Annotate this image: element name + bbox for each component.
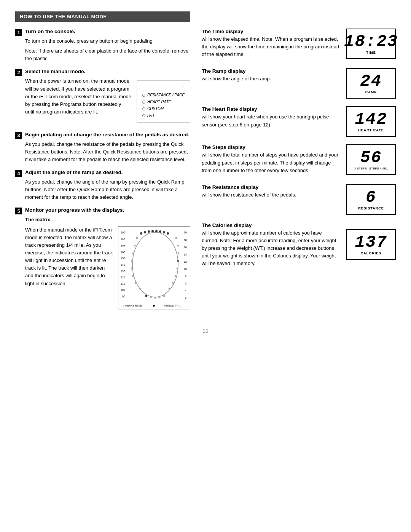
svg-point-35 — [175, 275, 177, 277]
svg-text:○ HEART RATE: ○ HEART RATE — [123, 304, 142, 307]
svg-point-42 — [145, 295, 147, 297]
step-3-body: As you pedal, change the resistance of t… — [15, 141, 190, 163]
step-1: 1 Turn on the console. To turn on the co… — [15, 29, 190, 62]
heartrate-display-title: The Heart Rate display — [202, 106, 339, 112]
right-column: The Time display will show the elapsed t… — [202, 29, 396, 316]
resistance-display-value: 6 — [366, 189, 376, 206]
step-3-number: 3 — [15, 132, 22, 139]
svg-text:140: 140 — [121, 264, 125, 266]
calories-display-value: 137 — [355, 234, 387, 251]
resistance-display-box: 6 RESISTANCE — [346, 184, 396, 215]
svg-text:110: 110 — [121, 283, 125, 285]
svg-point-41 — [150, 296, 152, 298]
step-1-title: Turn on the console. — [25, 29, 75, 34]
time-display-value: 18:23 — [344, 33, 398, 50]
step-4-number: 4 — [15, 170, 22, 177]
step-2-title: Select the manual mode. — [25, 69, 85, 74]
svg-point-28 — [163, 231, 165, 233]
svg-text:18: 18 — [184, 239, 187, 241]
svg-text:20: 20 — [184, 231, 187, 234]
svg-point-45 — [132, 275, 134, 277]
step-3-title: Begin pedaling and change the resistance… — [25, 132, 189, 137]
svg-point-34 — [177, 267, 178, 269]
step-5: 5 Monitor your progress with the display… — [15, 207, 190, 310]
steps-display-value: 56 — [360, 149, 382, 166]
svg-point-30 — [175, 237, 177, 239]
step-4: 4 Adjust the angle of the ramp as desire… — [15, 169, 190, 201]
svg-text:16: 16 — [184, 246, 187, 249]
ramp-display-label: RAMP — [365, 90, 377, 94]
step-1-body: To turn on the console, press any button… — [15, 37, 190, 62]
step-5-title: Monitor your progress with the displays. — [25, 207, 124, 213]
step-2: 2 Select the manual mode. When the power… — [15, 69, 190, 125]
svg-text:14: 14 — [184, 253, 187, 256]
svg-point-31 — [177, 244, 179, 246]
svg-point-33 — [177, 260, 179, 262]
time-display-desc: will show the elapsed time. Note: When a… — [202, 35, 339, 58]
matrix-display: 190 180 170 160 150 140 130 120 110 100 … — [118, 226, 190, 310]
svg-text:170: 170 — [121, 245, 125, 248]
svg-text:10: 10 — [184, 268, 187, 270]
ramp-display-box: 24 RAMP — [346, 68, 396, 99]
calories-display-title: The Calories display — [202, 222, 396, 228]
svg-text:150: 150 — [121, 257, 125, 260]
steps-display-title: The Steps display — [202, 144, 339, 150]
step-4-title: Adjust the angle of the ramp as desired. — [25, 169, 123, 175]
time-display-box: 18:23 TIME — [346, 29, 396, 59]
svg-point-21 — [132, 232, 178, 297]
svg-text:6: 6 — [185, 282, 186, 285]
time-display-title: The Time display — [202, 29, 339, 34]
heartrate-display-label: HEART RATE — [358, 128, 384, 132]
svg-text:190: 190 — [121, 231, 125, 234]
time-display-label: TIME — [366, 51, 376, 54]
svg-point-46 — [131, 267, 133, 269]
svg-point-49 — [134, 244, 136, 246]
svg-point-48 — [132, 252, 134, 254]
svg-point-26 — [155, 230, 158, 232]
calories-display-section: The Calories display will show the appro… — [202, 222, 396, 270]
steps-display-box: 56 STEPS STEPS / MIN. — [346, 144, 396, 175]
heartrate-display-desc: will show your heart rate when you use t… — [202, 113, 339, 128]
svg-point-40 — [155, 297, 156, 299]
svg-point-37 — [169, 288, 170, 289]
svg-text:160: 160 — [121, 251, 125, 254]
left-column: 1 Turn on the console. To turn on the co… — [15, 29, 190, 316]
resistance-display-section: The Resistance display will show the res… — [202, 184, 396, 215]
svg-point-39 — [159, 296, 161, 298]
steps-display-desc: will show the total number of steps you … — [202, 151, 339, 174]
mode-selector-image: ╴ RESISTANCE / PACE HEART RATE CUSTOM i … — [137, 80, 190, 122]
resistance-display-desc: will show the resistance level of the pe… — [202, 191, 339, 199]
calories-display-box: 137 CALORIES — [346, 229, 396, 260]
svg-text:90: 90 — [122, 295, 125, 298]
ramp-display-title: The Ramp display — [202, 68, 339, 74]
svg-point-38 — [163, 295, 165, 297]
svg-point-22 — [140, 232, 142, 235]
time-display-section: The Time display will show the elapsed t… — [202, 29, 396, 61]
step-5-number: 5 — [15, 208, 22, 214]
resistance-display-label: RESISTANCE — [358, 206, 384, 210]
step-4-body: As you pedal, change the angle of the ra… — [15, 178, 190, 201]
step-5-body: The matrix— When the manual mode or the … — [15, 216, 190, 310]
ramp-display-desc: will show the angle of the ramp. — [202, 75, 339, 83]
svg-text:120: 120 — [121, 276, 125, 279]
svg-text:130: 130 — [121, 270, 125, 273]
svg-point-29 — [167, 232, 169, 235]
steps-display-section: The Steps display will show the total nu… — [202, 144, 396, 176]
heartrate-display-section: The Heart Rate display will show your he… — [202, 106, 396, 137]
step-3: 3 Begin pedaling and change the resistan… — [15, 132, 190, 163]
calories-display-label: CALORIES — [361, 251, 382, 255]
svg-point-32 — [178, 252, 180, 254]
svg-text:4: 4 — [185, 289, 186, 292]
heartrate-display-box: 142 HEART RATE — [346, 106, 396, 137]
calories-display-desc: will show the approximate number of calo… — [202, 229, 339, 268]
resistance-display-title: The Resistance display — [202, 184, 339, 190]
ramp-display-value: 24 — [360, 73, 382, 89]
svg-text:2: 2 — [185, 297, 186, 299]
svg-point-44 — [135, 282, 137, 284]
svg-text:180: 180 — [121, 238, 125, 241]
section-header: HOW TO USE THE MANUAL MODE — [15, 11, 190, 22]
steps-display-sublabel: STEPS STEPS / MIN. — [354, 167, 388, 170]
svg-point-23 — [144, 231, 146, 233]
ramp-display-section: The Ramp display will show the angle of … — [202, 68, 396, 99]
svg-point-25 — [151, 230, 154, 232]
